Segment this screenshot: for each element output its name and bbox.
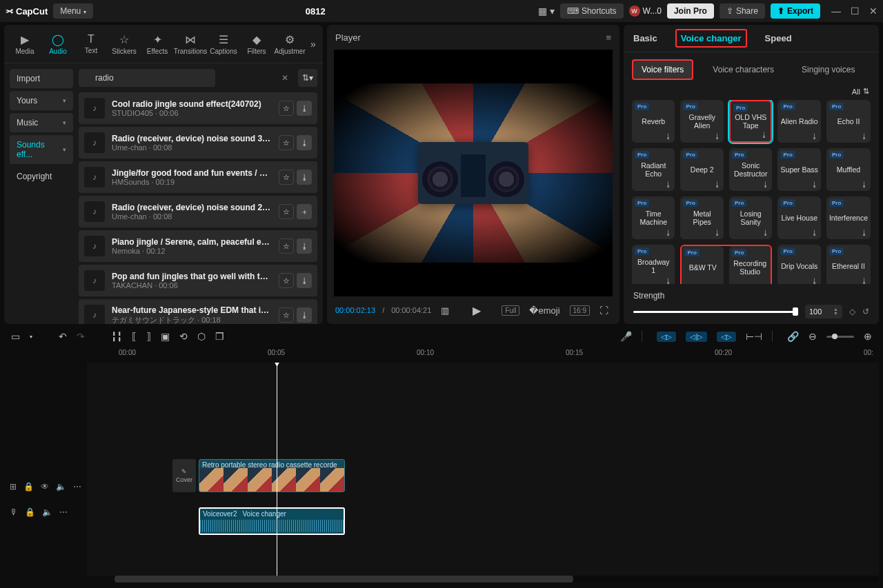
search-input[interactable] bbox=[79, 69, 215, 87]
tab-adjustment[interactable]: ⚙Adjustmer bbox=[275, 30, 305, 58]
voice-filter-card[interactable]: ProOLD VHS Tape⭳ bbox=[729, 100, 772, 143]
player-compare-icon[interactable]: ▥ bbox=[438, 304, 452, 317]
share-button[interactable]: ⇪ Share bbox=[720, 3, 765, 19]
track-lock-icon[interactable]: 🔒 bbox=[23, 482, 34, 491]
video-clip[interactable]: Retro portable stereo radio cassette rec… bbox=[199, 459, 345, 492]
favorite-button[interactable]: ☆ bbox=[279, 101, 294, 116]
zoom-slider[interactable] bbox=[826, 336, 854, 338]
reverse-tool[interactable]: ⟲ bbox=[179, 331, 188, 342]
favorite-button[interactable]: ☆ bbox=[279, 135, 294, 150]
voice-filter-card[interactable]: ProB&W TV bbox=[682, 246, 723, 284]
voice-filter-card[interactable]: ProDrip Vocals⭳ bbox=[777, 245, 821, 284]
download-icon[interactable]: ⭳ bbox=[714, 229, 721, 236]
nav-import[interactable]: Import bbox=[10, 69, 73, 88]
voice-filter-card[interactable]: ProSuper Bass⭳ bbox=[777, 148, 821, 191]
voice-filter-card[interactable]: ProInterference⭳ bbox=[826, 196, 871, 239]
tab-transitions[interactable]: ⋈Transitions bbox=[175, 30, 206, 58]
track-eye-icon[interactable]: 👁 bbox=[41, 482, 49, 491]
favorite-button[interactable]: ☆ bbox=[279, 170, 294, 185]
export-button[interactable]: ⬆ Export bbox=[771, 3, 820, 19]
player-scale-icon[interactable]: �emoji bbox=[526, 304, 562, 317]
window-close[interactable]: ✕ bbox=[869, 6, 877, 17]
add-button[interactable]: ⭳ bbox=[297, 135, 312, 150]
track-mute-icon[interactable]: 🔈 bbox=[42, 507, 52, 517]
layout-icon[interactable]: ▦ ▾ bbox=[538, 6, 555, 17]
sound-item[interactable]: ♪ Cool radio jingle sound effect(240702)… bbox=[79, 92, 317, 124]
sound-item[interactable]: ♪ Near-future Japanese-style EDM that is… bbox=[79, 299, 317, 324]
join-pro-button[interactable]: Join Pro bbox=[667, 3, 714, 19]
subtab-voice-filters[interactable]: Voice filters bbox=[632, 59, 693, 80]
search-filter-button[interactable]: ⇅▾ bbox=[298, 69, 317, 87]
player-expand-icon[interactable]: ⛶ bbox=[597, 304, 611, 317]
track-mute-icon[interactable]: 🔈 bbox=[56, 482, 66, 491]
link-icon[interactable]: 🔗 bbox=[787, 331, 799, 342]
download-icon[interactable]: ⭳ bbox=[861, 132, 868, 140]
sound-item[interactable]: ♪ Radio (receiver, device) noise sound 2… bbox=[79, 196, 317, 227]
sound-item[interactable]: ♪ Pop and fun jingles that go well with … bbox=[79, 265, 317, 296]
download-icon[interactable]: ⭳ bbox=[665, 181, 672, 188]
tab-text[interactable]: TText bbox=[76, 30, 106, 57]
preview-canvas[interactable] bbox=[334, 83, 613, 263]
audio-clip[interactable]: Voiceover2Voice changer bbox=[199, 507, 345, 535]
time-ruler[interactable]: 00:00 00:05 00:10 00:15 00:20 00: bbox=[4, 349, 879, 363]
mic-icon[interactable]: 🎤 bbox=[620, 331, 632, 342]
download-icon[interactable]: ⭳ bbox=[861, 277, 868, 284]
zoom-out-icon[interactable]: ⊖ bbox=[808, 331, 817, 342]
strength-value[interactable]: 100▲▼ bbox=[805, 305, 842, 318]
track-toggle-3[interactable]: ◁▷ bbox=[717, 332, 736, 342]
voice-filter-card[interactable]: ProLosing Sanity⭳ bbox=[729, 196, 772, 239]
tab-captions[interactable]: ☰Captions bbox=[208, 30, 239, 58]
sound-item[interactable]: ♪ Jingle/for good food and fun events / … bbox=[79, 161, 317, 193]
zoom-in-icon[interactable]: ⊕ bbox=[864, 331, 872, 342]
nav-yours[interactable]: Yours▾ bbox=[10, 91, 73, 110]
sound-item[interactable]: ♪ Piano jingle / Serene, calm, peaceful … bbox=[79, 230, 317, 262]
undo-button[interactable]: ↶ bbox=[59, 331, 67, 342]
redo-button[interactable]: ↷ bbox=[77, 331, 85, 342]
voice-filter-card[interactable]: ProTime Machine⭳ bbox=[632, 196, 675, 239]
tab-filters[interactable]: ◆Filters bbox=[241, 30, 272, 58]
playhead[interactable] bbox=[277, 363, 277, 576]
tracks-area[interactable]: ✎Cover Retro portable stereo radio casse… bbox=[87, 363, 879, 576]
download-icon[interactable]: ⭳ bbox=[861, 229, 868, 236]
track-lock-icon[interactable]: 🔒 bbox=[25, 507, 35, 517]
tabs-more[interactable]: » bbox=[308, 39, 319, 50]
menu-button[interactable]: Menu ▾ bbox=[53, 3, 92, 19]
play-button[interactable]: ▶ bbox=[470, 303, 484, 318]
sound-item[interactable]: ♪ Radio (receiver, device) noise sound 3… bbox=[79, 127, 317, 159]
cover-button[interactable]: ✎Cover bbox=[172, 459, 196, 492]
player-full-button[interactable]: Full bbox=[502, 305, 519, 316]
tab-media[interactable]: ▶Media bbox=[10, 30, 40, 58]
mirror-tool[interactable]: ⬡ bbox=[197, 331, 206, 342]
download-icon[interactable]: ⭳ bbox=[811, 277, 818, 284]
voice-filter-card[interactable]: ProGravelly Alien⭳ bbox=[680, 100, 723, 143]
voice-filter-card[interactable]: ProDeep 2⭳ bbox=[680, 148, 723, 191]
download-icon[interactable]: ⭳ bbox=[665, 277, 672, 284]
download-icon[interactable]: ⭳ bbox=[761, 131, 768, 139]
download-icon[interactable]: ⭳ bbox=[811, 132, 818, 140]
download-icon[interactable]: ⭳ bbox=[665, 229, 672, 236]
track-toggle-2[interactable]: ◁|▷ bbox=[686, 332, 707, 342]
track-toggle-1[interactable]: ◁▷ bbox=[657, 332, 676, 342]
rtab-voice-changer[interactable]: Voice changer bbox=[675, 29, 747, 48]
strength-keyframe-icon[interactable]: ◇ bbox=[849, 307, 855, 316]
player-ratio-button[interactable]: 16:9 bbox=[570, 305, 590, 316]
nav-copyright[interactable]: Copyright bbox=[10, 167, 73, 186]
add-button[interactable]: ⭳ bbox=[297, 101, 312, 116]
nav-sound-effects[interactable]: Sounds eff...▾ bbox=[10, 135, 73, 164]
favorite-button[interactable]: ☆ bbox=[279, 307, 294, 323]
track-more-icon[interactable]: ⋯ bbox=[59, 507, 68, 517]
add-button[interactable]: ⭳ bbox=[297, 170, 312, 185]
download-icon[interactable]: ⭳ bbox=[714, 181, 721, 188]
voice-filter-card[interactable]: ProBroadway 1⭳ bbox=[632, 245, 675, 284]
favorite-button[interactable]: ☆ bbox=[279, 273, 294, 288]
voice-filter-card[interactable]: ProReverb⭳ bbox=[632, 100, 675, 143]
freeze-tool[interactable]: ❒ bbox=[215, 331, 224, 342]
download-icon[interactable]: ⭳ bbox=[762, 181, 769, 188]
voice-filter-card[interactable]: ProEcho II⭳ bbox=[826, 100, 871, 143]
magnet-icon[interactable]: ⊢⊣ bbox=[746, 331, 762, 342]
subtab-voice-characters[interactable]: Voice characters bbox=[704, 61, 782, 79]
tab-effects[interactable]: ✦Effects bbox=[142, 30, 172, 58]
download-icon[interactable]: ⭳ bbox=[861, 181, 868, 188]
player-menu-icon[interactable]: ≡ bbox=[606, 32, 611, 43]
split-tool[interactable]: ╏╏ bbox=[111, 331, 122, 342]
